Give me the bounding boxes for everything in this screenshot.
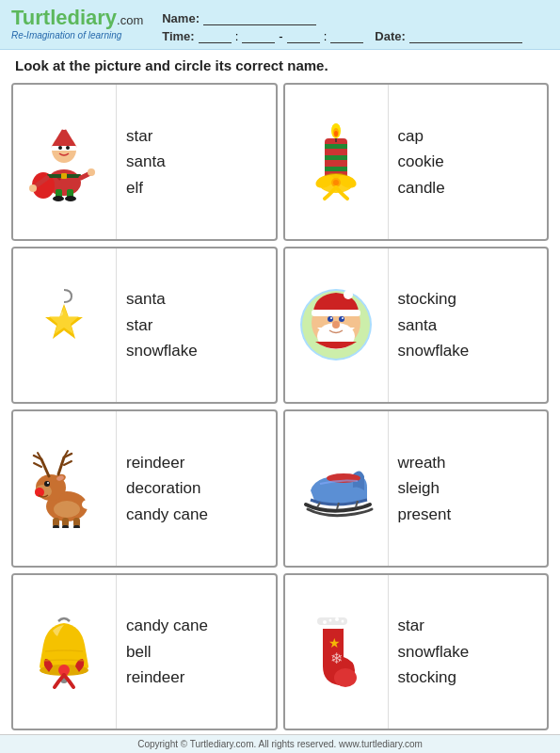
sleigh-words: wreath sleigh present xyxy=(389,445,548,533)
svg-point-39 xyxy=(344,290,353,299)
svg-point-17 xyxy=(88,168,95,176)
word-option: santa xyxy=(398,313,538,338)
word-option: reindeer xyxy=(126,451,266,475)
svg-rect-66 xyxy=(53,525,59,528)
word-option: star xyxy=(126,313,266,338)
star-ornament-words: santa star snowflake xyxy=(117,281,276,369)
word-option: bell xyxy=(126,640,266,665)
elf-svg xyxy=(24,121,104,201)
stocking-svg: ❄ ★ xyxy=(296,612,376,692)
time-field-4[interactable] xyxy=(330,30,363,43)
svg-point-70 xyxy=(54,501,80,518)
time-field-2[interactable] xyxy=(242,30,275,43)
svg-point-3 xyxy=(53,196,64,201)
word-option: stocking xyxy=(398,287,538,312)
time-field-1[interactable] xyxy=(199,30,232,43)
card-sleigh: wreath sleigh present xyxy=(283,409,550,568)
svg-line-61 xyxy=(64,461,72,465)
word-option: elf xyxy=(126,176,266,200)
time-date-row: Time: : - : Date: xyxy=(162,29,549,43)
logo: Turtlediary.com xyxy=(11,8,143,28)
page: Turtlediary.com Re-Imagination of learni… xyxy=(0,0,560,753)
svg-point-9 xyxy=(58,146,62,150)
svg-point-86 xyxy=(335,617,339,621)
date-label: Date: xyxy=(375,29,406,43)
santa-words: stocking santa snowflake xyxy=(389,281,548,369)
word-option: present xyxy=(398,503,538,527)
svg-rect-38 xyxy=(312,310,360,316)
svg-point-69 xyxy=(82,500,93,509)
instruction: Look at the picture and circle its corre… xyxy=(0,50,560,79)
elf-words: star santa elf xyxy=(117,119,276,206)
name-label: Name: xyxy=(162,11,200,25)
word-option: cap xyxy=(398,124,538,149)
svg-point-81 xyxy=(334,668,357,687)
time-field-3[interactable] xyxy=(287,30,320,43)
reindeer-svg xyxy=(24,448,104,528)
card-elf: star santa elf xyxy=(11,83,278,241)
word-option: snowflake xyxy=(398,339,538,363)
dash: - xyxy=(279,29,282,43)
bell-svg xyxy=(24,612,104,692)
time-label: Time: xyxy=(162,29,194,43)
svg-point-30 xyxy=(333,180,339,185)
svg-point-87 xyxy=(341,619,344,622)
word-option: reindeer xyxy=(126,665,266,690)
sleigh-image xyxy=(285,411,389,566)
word-option: cookie xyxy=(398,150,538,174)
candle-words: cap cookie candle xyxy=(389,119,548,206)
star-ornament-image xyxy=(13,248,117,403)
svg-point-85 xyxy=(328,618,331,621)
name-field[interactable] xyxy=(203,12,316,25)
svg-point-20 xyxy=(334,131,338,136)
word-option: star xyxy=(126,124,266,149)
stocking-words: star snowflake stocking xyxy=(389,608,548,696)
cards-grid: star santa elf xyxy=(0,79,560,734)
logo-com: .com xyxy=(117,13,143,27)
word-option: candle xyxy=(398,176,538,200)
svg-point-43 xyxy=(330,317,332,319)
svg-text:❄: ❄ xyxy=(330,650,343,666)
word-option: sleigh xyxy=(398,476,538,501)
svg-point-41 xyxy=(328,316,333,322)
header-fields: Name: Time: : - : Date: xyxy=(162,8,549,43)
star-svg xyxy=(24,285,104,365)
svg-point-34 xyxy=(56,311,63,316)
svg-point-50 xyxy=(44,481,50,487)
word-option: candy cane xyxy=(126,614,266,638)
card-santa: stocking santa snowflake xyxy=(283,247,550,405)
svg-rect-22 xyxy=(325,144,347,149)
candle-svg xyxy=(296,121,376,201)
santa-image xyxy=(285,248,389,403)
card-stocking: ❄ ★ star snowflake stocking xyxy=(283,573,550,731)
card-star-ornament: santa star snowflake xyxy=(11,247,278,405)
logo-subtitle: Re-Imagination of learning xyxy=(11,30,143,40)
svg-point-51 xyxy=(47,482,49,484)
svg-line-58 xyxy=(58,457,64,474)
santa-svg xyxy=(296,285,376,365)
word-option: stocking xyxy=(398,665,538,690)
word-option: santa xyxy=(126,287,266,312)
stocking-image: ❄ ★ xyxy=(285,575,389,729)
reindeer-image xyxy=(13,411,117,566)
bell-words: candy cane bell reindeer xyxy=(117,608,276,696)
word-option: santa xyxy=(126,150,266,174)
svg-text:★: ★ xyxy=(328,635,341,650)
header: Turtlediary.com Re-Imagination of learni… xyxy=(0,0,560,50)
svg-rect-24 xyxy=(325,167,347,171)
logo-area: Turtlediary.com Re-Imagination of learni… xyxy=(11,8,143,40)
word-option: snowflake xyxy=(126,339,266,363)
word-option: wreath xyxy=(398,451,538,475)
card-reindeer: reindeer decoration candy cane xyxy=(11,409,278,568)
date-field[interactable] xyxy=(409,30,522,43)
sleigh-svg xyxy=(296,448,376,528)
word-option: candy cane xyxy=(126,503,266,527)
svg-point-16 xyxy=(29,184,37,192)
svg-rect-23 xyxy=(325,155,347,160)
word-option: star xyxy=(398,614,538,638)
svg-point-84 xyxy=(323,620,327,624)
colon-1: : xyxy=(235,29,239,43)
reindeer-words: reindeer decoration candy cane xyxy=(117,445,276,533)
svg-line-54 xyxy=(41,459,49,476)
footer: Copyright © Turtlediary.com. All rights … xyxy=(0,734,560,753)
